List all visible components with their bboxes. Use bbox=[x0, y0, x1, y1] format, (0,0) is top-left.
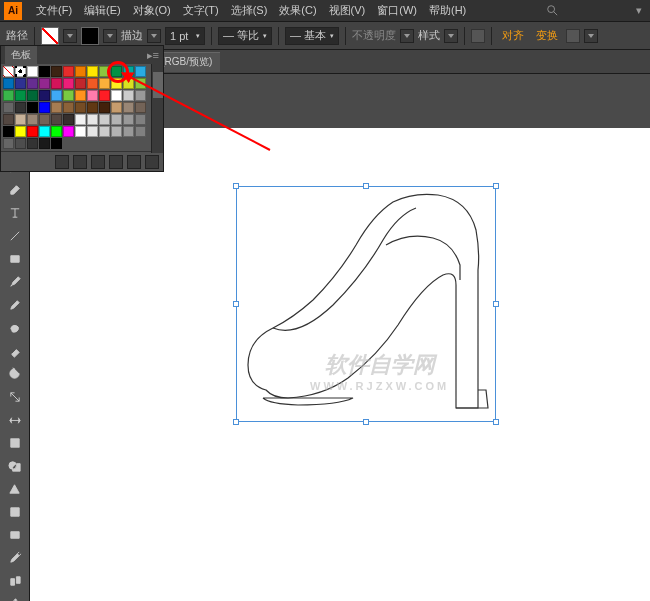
swatch-71[interactable] bbox=[135, 126, 146, 137]
symbol-sprayer-tool[interactable] bbox=[2, 593, 28, 601]
swatch-55[interactable] bbox=[87, 114, 98, 125]
swatch-39[interactable] bbox=[39, 102, 50, 113]
swatch-37[interactable] bbox=[15, 102, 26, 113]
menu-edit[interactable]: 编辑(E) bbox=[78, 1, 127, 20]
perspective-grid-tool[interactable] bbox=[2, 478, 28, 500]
swatch-29[interactable] bbox=[63, 90, 74, 101]
swatch-12[interactable] bbox=[3, 78, 14, 89]
swatch-2[interactable] bbox=[27, 66, 38, 77]
swatch-47[interactable] bbox=[135, 102, 146, 113]
swatch-54[interactable] bbox=[75, 114, 86, 125]
stroke-swatch[interactable] bbox=[81, 27, 99, 45]
swatch-18[interactable] bbox=[75, 78, 86, 89]
swatch-32[interactable] bbox=[99, 90, 110, 101]
swatches-tab[interactable]: 色板 bbox=[5, 46, 37, 64]
gradient-tool[interactable] bbox=[2, 524, 28, 546]
paintbrush-tool[interactable] bbox=[2, 271, 28, 293]
opacity-label[interactable]: 不透明度 bbox=[352, 28, 396, 43]
align-button[interactable]: 对齐 bbox=[498, 26, 528, 45]
swatch-68[interactable] bbox=[99, 126, 110, 137]
pencil-tool[interactable] bbox=[2, 294, 28, 316]
blend-tool[interactable] bbox=[2, 570, 28, 592]
swatch-44[interactable] bbox=[99, 102, 110, 113]
swatch-76[interactable] bbox=[51, 138, 62, 149]
swatch-28[interactable] bbox=[51, 90, 62, 101]
menu-help[interactable]: 帮助(H) bbox=[423, 1, 472, 20]
canvas[interactable] bbox=[30, 128, 650, 601]
style-dropdown[interactable] bbox=[444, 29, 458, 43]
swatch-26[interactable] bbox=[27, 90, 38, 101]
swatch-19[interactable] bbox=[87, 78, 98, 89]
swatch-62[interactable] bbox=[27, 126, 38, 137]
profile-select[interactable]: — 等比▾ bbox=[218, 27, 272, 45]
panel-menu-icon[interactable]: ▸≡ bbox=[147, 49, 159, 62]
swatch-58[interactable] bbox=[123, 114, 134, 125]
brush-select[interactable]: — 基本▾ bbox=[285, 27, 339, 45]
swatch-33[interactable] bbox=[111, 90, 122, 101]
swatch-52[interactable] bbox=[51, 114, 62, 125]
swatch-56[interactable] bbox=[99, 114, 110, 125]
swatch-35[interactable] bbox=[135, 90, 146, 101]
swatch-11[interactable] bbox=[135, 66, 146, 77]
blob-brush-tool[interactable] bbox=[2, 317, 28, 339]
new-color-group-icon[interactable] bbox=[109, 155, 123, 169]
width-tool[interactable] bbox=[2, 409, 28, 431]
swatch-21[interactable] bbox=[111, 78, 122, 89]
swatch-27[interactable] bbox=[39, 90, 50, 101]
swatch-16[interactable] bbox=[51, 78, 62, 89]
swatch-15[interactable] bbox=[39, 78, 50, 89]
swatch-38[interactable] bbox=[27, 102, 38, 113]
swatch-libraries-icon[interactable] bbox=[55, 155, 69, 169]
swatch-64[interactable] bbox=[51, 126, 62, 137]
swatch-10[interactable] bbox=[123, 66, 134, 77]
swatch-57[interactable] bbox=[111, 114, 122, 125]
menu-file[interactable]: 文件(F) bbox=[30, 1, 78, 20]
type-tool[interactable] bbox=[2, 202, 28, 224]
rectangle-tool[interactable] bbox=[2, 248, 28, 270]
mesh-tool[interactable] bbox=[2, 501, 28, 523]
recolor-icon[interactable] bbox=[471, 29, 485, 43]
swatch-30[interactable] bbox=[75, 90, 86, 101]
swatch-34[interactable] bbox=[123, 90, 134, 101]
swatch-67[interactable] bbox=[87, 126, 98, 137]
menu-select[interactable]: 选择(S) bbox=[225, 1, 274, 20]
eyedropper-tool[interactable] bbox=[2, 547, 28, 569]
swatch-50[interactable] bbox=[27, 114, 38, 125]
swatch-7[interactable] bbox=[87, 66, 98, 77]
overflow-dropdown[interactable] bbox=[584, 29, 598, 43]
menu-object[interactable]: 对象(O) bbox=[127, 1, 177, 20]
swatch-20[interactable] bbox=[99, 78, 110, 89]
swatch-13[interactable] bbox=[15, 78, 26, 89]
swatch-23[interactable] bbox=[135, 78, 146, 89]
shape-builder-tool[interactable] bbox=[2, 455, 28, 477]
swatch-3[interactable] bbox=[39, 66, 50, 77]
stroke-weight-input[interactable]: 1 pt▾ bbox=[165, 27, 205, 45]
swatch-25[interactable] bbox=[15, 90, 26, 101]
swatch-61[interactable] bbox=[15, 126, 26, 137]
swatch-63[interactable] bbox=[39, 126, 50, 137]
free-transform-tool[interactable] bbox=[2, 432, 28, 454]
swatch-65[interactable] bbox=[63, 126, 74, 137]
style-label[interactable]: 样式 bbox=[418, 28, 440, 43]
swatch-5[interactable] bbox=[63, 66, 74, 77]
menu-view[interactable]: 视图(V) bbox=[323, 1, 372, 20]
selection-bounding-box[interactable] bbox=[236, 186, 496, 422]
pen-tool[interactable] bbox=[2, 179, 28, 201]
new-swatch-icon[interactable] bbox=[127, 155, 141, 169]
arrange-icon[interactable]: ▾ bbox=[632, 4, 646, 17]
isolate-icon[interactable] bbox=[566, 29, 580, 43]
eraser-tool[interactable] bbox=[2, 340, 28, 362]
swatch-41[interactable] bbox=[63, 102, 74, 113]
swatch-36[interactable] bbox=[3, 102, 14, 113]
swatch-8[interactable] bbox=[99, 66, 110, 77]
swatch-75[interactable] bbox=[39, 138, 50, 149]
swatch-0[interactable] bbox=[3, 66, 14, 77]
menu-effect[interactable]: 效果(C) bbox=[273, 1, 322, 20]
menu-type[interactable]: 文字(T) bbox=[177, 1, 225, 20]
swatch-6[interactable] bbox=[75, 66, 86, 77]
swatch-72[interactable] bbox=[3, 138, 14, 149]
swatch-59[interactable] bbox=[135, 114, 146, 125]
opacity-dropdown[interactable] bbox=[400, 29, 414, 43]
fill-swatch[interactable] bbox=[41, 27, 59, 45]
swatch-66[interactable] bbox=[75, 126, 86, 137]
